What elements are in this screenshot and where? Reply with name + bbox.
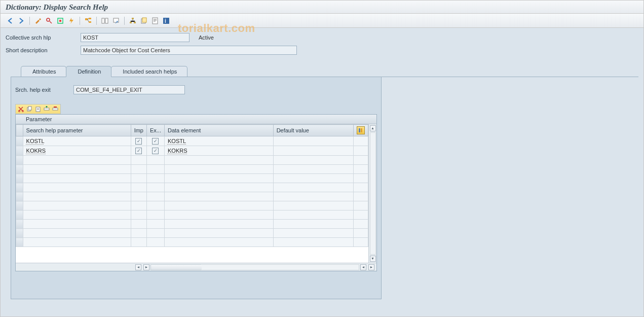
cell-ex[interactable] (146, 183, 164, 192)
table-row[interactable] (16, 174, 368, 183)
short-desc-field[interactable]: Matchcode Object for Cost Centers (81, 46, 297, 55)
cell-default[interactable] (273, 201, 353, 210)
row-handle[interactable] (16, 156, 23, 165)
col-search-help-parameter[interactable]: Search help parameter (23, 125, 131, 136)
cell-imp[interactable] (131, 229, 146, 238)
table-row[interactable] (16, 201, 368, 210)
cell-imp[interactable] (131, 136, 146, 146)
cell-imp[interactable] (131, 220, 146, 229)
cell-ex[interactable] (146, 165, 164, 174)
col-imp[interactable]: Imp (131, 125, 146, 136)
delete-row-icon[interactable] (51, 105, 59, 113)
row-handle[interactable] (16, 174, 23, 183)
table-row[interactable] (16, 229, 368, 238)
cell-param[interactable] (23, 238, 131, 247)
scroll-left-icon[interactable]: ◄ (135, 264, 141, 270)
cell-ex[interactable] (146, 201, 164, 210)
other-object-icon[interactable] (45, 16, 54, 25)
cell-param[interactable] (23, 220, 131, 229)
back-arrow-icon[interactable] (6, 16, 15, 25)
cell-data-element[interactable] (164, 201, 273, 210)
checkbox-icon[interactable] (135, 138, 142, 145)
table-row[interactable] (16, 210, 368, 220)
checkbox-icon[interactable] (135, 148, 142, 154)
cell-imp[interactable] (131, 165, 146, 174)
exit-field[interactable]: COM_SE_F4_HELP_EXIT (73, 85, 185, 94)
help-icon[interactable]: i (162, 16, 171, 25)
cell-data-element[interactable]: KOSTL (164, 136, 273, 146)
row-handle[interactable] (16, 220, 23, 229)
row-handle[interactable] (16, 136, 23, 146)
cell-data-element[interactable] (164, 183, 273, 192)
cut-icon[interactable] (17, 105, 25, 113)
cell-ex[interactable] (146, 146, 164, 156)
table-row[interactable] (16, 238, 368, 247)
scroll-track[interactable] (370, 132, 376, 255)
cell-param[interactable]: KOSTL (23, 136, 131, 146)
cell-data-element[interactable] (164, 210, 273, 220)
vertical-scrollbar[interactable]: ▲ ▼ (368, 124, 376, 263)
scroll-left-end-icon[interactable]: ◄ (360, 264, 366, 270)
forward-arrow-icon[interactable] (17, 16, 26, 25)
table-row[interactable] (16, 183, 368, 192)
cell-default[interactable] (273, 165, 353, 174)
cell-param[interactable] (23, 192, 131, 201)
version-icon[interactable] (139, 16, 148, 25)
cell-ex[interactable] (146, 192, 164, 201)
col-configure[interactable] (353, 125, 368, 136)
table-row[interactable] (16, 192, 368, 201)
cell-param[interactable]: KOKRS (23, 146, 131, 156)
cell-default[interactable] (273, 229, 353, 238)
navigation-icon[interactable] (111, 16, 121, 25)
checkbox-icon[interactable] (152, 148, 159, 154)
row-handle[interactable] (16, 183, 23, 192)
cell-default[interactable] (273, 238, 353, 247)
tab-included-search-helps[interactable]: Included search helps (111, 66, 187, 77)
row-handle[interactable] (16, 238, 23, 247)
cell-default[interactable] (273, 192, 353, 201)
display-change-icon[interactable] (33, 16, 43, 25)
cell-param[interactable] (23, 229, 131, 238)
cell-param[interactable] (23, 156, 131, 165)
configure-columns-icon[interactable] (357, 126, 365, 134)
checkbox-icon[interactable] (152, 138, 159, 145)
cell-param[interactable] (23, 210, 131, 220)
tab-definition[interactable]: Definition (66, 66, 111, 77)
row-handle[interactable] (16, 165, 23, 174)
scroll-thumb-track[interactable] (150, 264, 201, 270)
scroll-up-icon[interactable]: ▲ (370, 125, 376, 131)
cell-default[interactable] (273, 220, 353, 229)
cell-data-element[interactable] (164, 156, 273, 165)
cell-data-element[interactable] (164, 220, 273, 229)
table-row[interactable] (16, 165, 368, 174)
table-row[interactable] (16, 220, 368, 229)
tab-attributes[interactable]: Attributes (21, 66, 66, 77)
cell-ex[interactable] (146, 136, 164, 146)
cell-param[interactable] (23, 201, 131, 210)
scroll-right-inner-icon[interactable]: ► (143, 264, 149, 270)
col-default-value[interactable]: Default value (273, 125, 353, 136)
cell-ex[interactable] (146, 220, 164, 229)
cell-default[interactable] (273, 183, 353, 192)
col-ex[interactable]: Ex... (146, 125, 164, 136)
cell-data-element[interactable] (164, 229, 273, 238)
insert-row-icon[interactable] (43, 105, 51, 113)
cell-imp[interactable] (131, 183, 146, 192)
cell-imp[interactable] (131, 192, 146, 201)
cell-data-element[interactable] (164, 165, 273, 174)
check-icon[interactable] (56, 16, 65, 25)
cell-default[interactable] (273, 146, 353, 156)
row-handle[interactable] (16, 229, 23, 238)
cell-imp[interactable] (131, 238, 146, 247)
cell-default[interactable] (273, 156, 353, 165)
table-row[interactable]: KOSTLKOSTL (16, 136, 368, 146)
horizontal-scrollbar[interactable]: ◄ ► ◄ ► (16, 263, 376, 271)
cell-data-element[interactable]: KOKRS (164, 146, 273, 156)
cell-ex[interactable] (146, 210, 164, 220)
cell-data-element[interactable] (164, 192, 273, 201)
paste-icon[interactable] (34, 105, 42, 113)
cell-imp[interactable] (131, 156, 146, 165)
cell-ex[interactable] (146, 174, 164, 183)
object-list-icon[interactable] (100, 16, 109, 25)
col-data-element[interactable]: Data element (164, 125, 273, 136)
